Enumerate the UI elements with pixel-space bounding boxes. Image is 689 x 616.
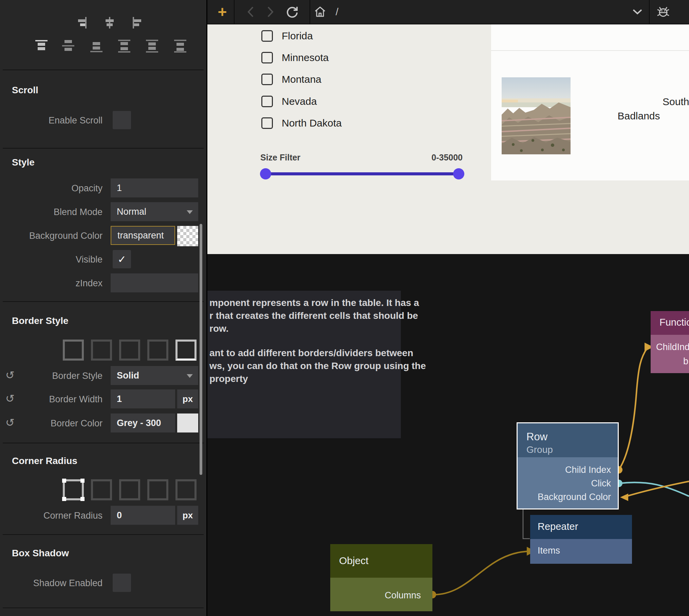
border-bottom-button-selected[interactable] <box>175 340 197 361</box>
visible-checkbox[interactable]: ✓ <box>113 250 131 268</box>
blend-mode-label: Blend Mode <box>0 207 103 217</box>
align-middle-icon[interactable] <box>60 38 76 56</box>
page-path[interactable]: / <box>330 0 344 24</box>
border-width-label: Border Width <box>0 394 103 405</box>
corner-all-button-selected[interactable] <box>63 479 84 500</box>
corner-bottom-left-button[interactable] <box>175 479 197 500</box>
size-filter-slider-track[interactable] <box>265 172 459 175</box>
border-style-select[interactable]: Solid <box>111 366 198 385</box>
toolbar-separator <box>310 0 310 24</box>
corner-radius-label: Corner Radius <box>0 511 103 521</box>
align-center-horizontal-icon[interactable] <box>102 15 117 32</box>
panel-scrollbar[interactable] <box>200 224 202 475</box>
port-child-index[interactable]: Child Index <box>565 465 611 475</box>
row-state-cell[interactable]: South Dakota <box>663 94 689 109</box>
node-repeater[interactable]: Repeater Items <box>530 515 632 564</box>
arrow-into-background-color <box>620 494 628 501</box>
tree-connector <box>523 509 530 539</box>
node-function-header[interactable]: Function <box>651 311 689 335</box>
corner-tick <box>62 479 66 483</box>
size-filter-min-handle[interactable] <box>260 168 271 179</box>
background-color-swatch[interactable] <box>177 226 198 246</box>
distribute-vertical-icon[interactable] <box>116 38 132 56</box>
nevada-checkbox[interactable] <box>261 96 273 107</box>
size-filter-label: Size Filter <box>260 153 300 162</box>
align-right-icon[interactable] <box>75 15 90 32</box>
space-between-icon[interactable] <box>144 38 160 56</box>
check-icon: ✓ <box>117 253 126 265</box>
node-object-header[interactable]: Object <box>330 544 432 578</box>
enable-scroll-checkbox[interactable] <box>113 111 131 129</box>
align-left-icon[interactable] <box>129 15 144 32</box>
border-top-button[interactable] <box>91 340 112 361</box>
corner-radius-input[interactable]: 0 <box>111 506 175 525</box>
corner-section-header: Corner Radius <box>12 456 77 466</box>
node-title: Row <box>526 431 547 443</box>
state-filter-row: Minnesota <box>261 52 329 64</box>
row-name-cell[interactable]: Badlands <box>593 75 685 157</box>
background-color-input[interactable]: transparent <box>111 226 175 245</box>
minnesota-checkbox[interactable] <box>261 52 273 63</box>
node-row-group-header[interactable]: Row Group <box>518 423 618 457</box>
section-divider <box>3 608 204 608</box>
home-icon[interactable] <box>313 0 328 24</box>
blend-mode-select[interactable]: Normal <box>111 202 198 221</box>
section-divider <box>3 70 204 70</box>
corner-radius-unit[interactable]: px <box>177 506 198 525</box>
app-window: Scroll Enable Scroll Style Opacity 1 Ble… <box>0 0 689 616</box>
reload-icon[interactable] <box>284 0 300 24</box>
corner-tick <box>80 497 85 501</box>
port-columns[interactable]: Columns <box>385 590 421 601</box>
port-background-color[interactable]: Background Color <box>538 492 611 502</box>
border-style-value: Solid <box>117 370 139 381</box>
wire-columns-items <box>432 551 532 595</box>
node-editor[interactable]: mponent represents a row in the table. I… <box>207 254 689 616</box>
background-color-label: Background Color <box>0 231 103 241</box>
align-bottom-icon[interactable] <box>88 38 105 56</box>
montana-checkbox[interactable] <box>261 74 273 85</box>
border-left-button[interactable] <box>147 340 168 361</box>
border-width-value: 1 <box>117 394 122 404</box>
corner-bottom-right-button[interactable] <box>147 479 168 500</box>
chevron-down-icon[interactable] <box>630 0 645 24</box>
space-around-icon[interactable] <box>172 38 188 56</box>
north-dakota-checkbox[interactable] <box>261 117 273 129</box>
border-section-header: Border Style <box>12 315 69 326</box>
port-click[interactable]: Click <box>591 478 611 489</box>
preview-toolbar: + / <box>207 0 689 24</box>
opacity-input[interactable]: 1 <box>111 178 198 197</box>
florida-checkbox[interactable] <box>261 30 273 42</box>
forward-button[interactable] <box>263 0 278 24</box>
node-object[interactable]: Object Columns <box>330 544 432 611</box>
node-row-group[interactable]: Row Group Child Index Click Background C… <box>517 422 619 509</box>
align-top-icon[interactable] <box>33 38 50 56</box>
corner-top-right-button[interactable] <box>119 479 140 500</box>
border-color-input[interactable]: Grey - 300 <box>111 413 175 432</box>
port-childindex[interactable]: ChildIndex <box>656 342 689 352</box>
port-items[interactable]: Items <box>538 545 560 556</box>
state-label: Minnesota <box>282 52 329 63</box>
toolbar-separator <box>649 0 650 24</box>
port-b[interactable]: b <box>683 356 688 367</box>
add-page-button[interactable]: + <box>211 0 233 24</box>
background-color-value: transparent <box>117 230 164 241</box>
zindex-input[interactable] <box>111 273 198 292</box>
shadow-enabled-label: Shadow Enabled <box>0 578 103 589</box>
border-color-swatch[interactable] <box>177 413 198 432</box>
border-width-input[interactable]: 1 <box>111 389 175 408</box>
debug-bug-icon[interactable] <box>655 0 672 24</box>
size-filter-max-handle[interactable] <box>453 168 464 179</box>
back-button[interactable] <box>243 0 258 24</box>
node-repeater-header[interactable]: Repeater <box>530 515 632 539</box>
border-width-unit[interactable]: px <box>177 389 198 408</box>
scroll-section-header: Scroll <box>12 85 38 96</box>
section-divider <box>3 443 204 443</box>
section-divider <box>3 301 204 302</box>
border-all-sides-button[interactable] <box>63 340 84 361</box>
node-function[interactable]: Function ChildIndex b <box>651 311 689 373</box>
section-divider <box>3 148 204 149</box>
opacity-value: 1 <box>117 183 122 193</box>
border-right-button[interactable] <box>119 340 140 361</box>
corner-top-left-button[interactable] <box>91 479 112 500</box>
shadow-enabled-checkbox[interactable] <box>113 574 131 592</box>
